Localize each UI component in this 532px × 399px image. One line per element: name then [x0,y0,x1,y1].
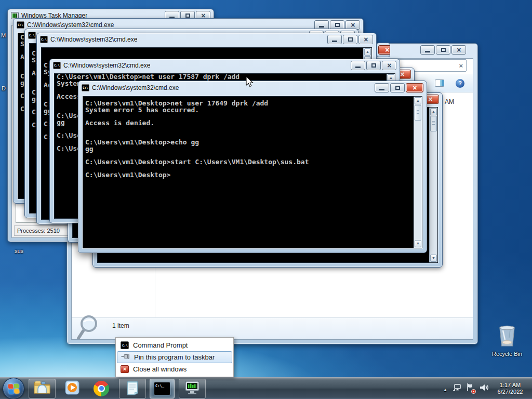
minimize-button[interactable] [351,61,365,70]
scrollbar-thumb[interactable] [430,116,437,131]
maximize-button[interactable] [390,83,405,92]
network-icon[interactable] [452,383,461,394]
start-button[interactable] [3,378,24,399]
menu-item-pin-to-taskbar[interactable]: Pin this program to taskbar [117,351,232,363]
scroll-down-icon[interactable] [415,240,421,247]
taskbar-task-manager[interactable] [179,379,206,398]
close-button[interactable] [358,35,373,44]
close-button[interactable] [406,83,423,92]
cmd-window-title: C:\Windows\system32\cmd.exe [27,21,114,29]
close-button[interactable] [378,45,390,55]
result-time-fragment: AM [445,98,454,105]
minimize-icon [355,66,361,68]
clear-search-icon[interactable] [459,62,463,70]
maximize-icon [395,86,400,90]
recycle-bin-icon [496,341,518,350]
cmd-icon [53,62,61,69]
clock-date: 6/27/2022 [494,389,527,395]
scrollbar[interactable] [414,97,422,248]
layout-pane-icon[interactable] [435,79,444,87]
cmd-titlebar[interactable]: C:\Windows\system32\cmd.exe [50,59,400,72]
desktop-icon-sus[interactable]: sus [15,248,23,254]
taskbar-windows-media-player[interactable] [59,379,86,398]
close-icon [413,83,417,92]
menu-item-label: Pin this program to taskbar [134,353,215,361]
maximize-icon [185,14,190,18]
close-icon [457,45,461,55]
close-icon [400,70,404,79]
console-area[interactable]: C:\Users\vm1\Desktop>net user 17649 dprk… [83,96,422,248]
close-all-icon [121,365,129,373]
cmd-icon [82,84,89,91]
menu-item-close-all-windows[interactable]: Close all windows [117,363,232,375]
taskbar-google-chrome[interactable] [88,379,115,398]
desktop-icon-label-partial[interactable]: M [1,32,6,38]
minimize-button[interactable] [327,35,342,44]
volume-icon[interactable] [479,383,489,394]
action-center-flag-icon[interactable]: × [466,383,474,394]
cmd-window-title: C:\Windows\system32\cmd.exe [50,36,137,43]
scrollbar-thumb[interactable] [415,105,421,121]
windows-explorer-icon [33,380,51,396]
command-prompt-icon [121,341,129,349]
menu-item-label: Close all windows [133,365,187,373]
cmd-icon [40,36,48,43]
details-pane: 1 item [72,317,473,339]
scroll-up-icon[interactable] [415,97,421,104]
maximize-icon [441,48,446,52]
scrollbar-track[interactable] [414,121,422,240]
scrollbar[interactable] [429,108,437,262]
maximize-button[interactable] [366,61,381,70]
desktop-icon-label-partial[interactable]: D [2,85,6,91]
maximize-icon [371,63,376,68]
minimize-button[interactable] [420,45,435,55]
google-chrome-icon [94,381,109,396]
taskbar-clock[interactable]: 1:17 AM 6/27/2022 [494,382,527,395]
processes-count: Processes: 2510 [14,225,69,236]
menu-item-label: Command Prompt [133,341,188,349]
items-count: 1 item [112,322,129,329]
taskbar-notepad[interactable] [119,379,146,398]
maximize-button[interactable] [343,35,357,44]
close-button[interactable] [451,45,466,55]
desktop: M D sus Recycle Bin [0,0,532,399]
mouse-cursor [245,76,256,90]
close-icon [387,61,391,70]
console-text: C:\Users\vm1\Desktop>net user 17649 dprk… [83,97,414,248]
minimize-icon [379,89,384,90]
scroll-down-icon[interactable] [430,255,437,262]
cmd-icon [28,32,36,39]
notepad-icon [125,380,140,397]
pin-icon [121,353,130,361]
hidden-window-fragment [377,43,390,57]
cmd-window-front: C:\Windows\system32\cmd.exe C:\Users\vm1… [78,81,427,253]
scroll-up-icon[interactable] [430,108,437,115]
scrollbar-track[interactable] [430,131,437,254]
scroll-up-icon[interactable] [364,48,371,56]
system-tray: × 1:17 AM 6/27/2022 [443,382,532,395]
maximize-icon [335,23,340,27]
help-icon[interactable] [456,79,464,88]
menu-item-command-prompt[interactable]: Command Prompt [117,339,232,351]
taskbar-command-prompt[interactable]: C:\_ [150,379,175,398]
minimize-icon [425,51,430,52]
minimize-button[interactable] [375,83,389,92]
jump-list-menu: Command Prompt Pin this program to taskb… [115,337,234,377]
show-hidden-icons-icon[interactable] [443,384,447,393]
recycle-bin[interactable]: Recycle Bin [491,324,523,357]
taskbar-windows-explorer[interactable] [29,379,56,398]
search-magnifier-icon [76,314,104,340]
error-badge-icon: × [471,389,476,394]
minimize-icon [319,26,324,28]
taskbar: C:\_ [0,377,532,399]
cmd-titlebar[interactable]: C:\Windows\system32\cmd.exe [37,33,376,46]
close-icon [385,45,389,55]
maximize-button[interactable] [436,45,450,55]
clock-time: 1:17 AM [494,382,527,389]
close-button[interactable] [382,61,396,70]
recycle-bin-label: Recycle Bin [491,351,523,357]
cmd-window-title: C:\Windows\system32\cmd.exe [63,62,150,69]
windows-logo-icon [8,383,19,394]
task-manager-icon [184,380,201,397]
windows-media-player-icon [64,380,80,397]
